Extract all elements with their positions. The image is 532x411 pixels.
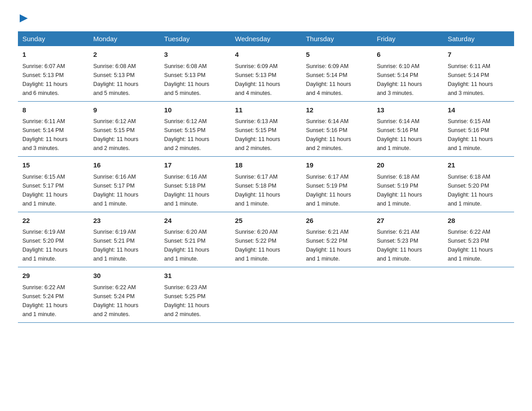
day-cell	[443, 267, 514, 323]
day-info: Sunrise: 6:11 AMSunset: 5:14 PMDaylight:…	[22, 117, 84, 153]
week-row-3: 15Sunrise: 6:15 AMSunset: 5:17 PMDayligh…	[18, 157, 514, 212]
header-friday: Friday	[372, 31, 443, 46]
day-number: 6	[377, 50, 438, 60]
logo-triangle-icon	[20, 14, 28, 22]
header-tuesday: Tuesday	[160, 31, 231, 46]
day-number: 16	[93, 160, 155, 171]
day-info: Sunrise: 6:18 AMSunset: 5:19 PMDaylight:…	[377, 172, 438, 208]
day-cell	[231, 267, 301, 323]
day-number: 13	[377, 105, 438, 116]
header-saturday: Saturday	[443, 31, 514, 46]
page-header	[18, 13, 514, 22]
day-cell: 18Sunrise: 6:17 AMSunset: 5:18 PMDayligh…	[231, 157, 301, 212]
day-info: Sunrise: 6:23 AMSunset: 5:25 PMDaylight:…	[164, 283, 226, 319]
day-number: 17	[164, 160, 226, 171]
day-cell: 14Sunrise: 6:15 AMSunset: 5:16 PMDayligh…	[443, 101, 514, 157]
day-number: 31	[164, 271, 226, 281]
day-number: 12	[306, 105, 368, 116]
day-number: 20	[377, 160, 438, 171]
day-info: Sunrise: 6:18 AMSunset: 5:20 PMDaylight:…	[448, 172, 510, 208]
header-thursday: Thursday	[301, 31, 372, 46]
day-info: Sunrise: 6:09 AMSunset: 5:13 PMDaylight:…	[235, 62, 297, 98]
day-number: 21	[448, 160, 510, 171]
day-cell: 23Sunrise: 6:19 AMSunset: 5:21 PMDayligh…	[89, 212, 159, 267]
day-number: 14	[448, 105, 510, 116]
day-info: Sunrise: 6:11 AMSunset: 5:14 PMDaylight:…	[448, 62, 510, 98]
day-info: Sunrise: 6:21 AMSunset: 5:22 PMDaylight:…	[306, 227, 368, 263]
day-info: Sunrise: 6:17 AMSunset: 5:18 PMDaylight:…	[235, 172, 297, 208]
day-cell: 12Sunrise: 6:14 AMSunset: 5:16 PMDayligh…	[301, 101, 372, 157]
day-info: Sunrise: 6:08 AMSunset: 5:13 PMDaylight:…	[164, 62, 226, 98]
day-cell	[301, 267, 372, 323]
day-number: 27	[377, 216, 438, 226]
day-info: Sunrise: 6:10 AMSunset: 5:14 PMDaylight:…	[377, 62, 438, 98]
day-cell: 15Sunrise: 6:15 AMSunset: 5:17 PMDayligh…	[18, 157, 89, 212]
day-cell: 26Sunrise: 6:21 AMSunset: 5:22 PMDayligh…	[301, 212, 372, 267]
day-number: 23	[93, 216, 155, 226]
day-cell: 22Sunrise: 6:19 AMSunset: 5:20 PMDayligh…	[18, 212, 89, 267]
day-cell: 27Sunrise: 6:21 AMSunset: 5:23 PMDayligh…	[372, 212, 443, 267]
day-number: 30	[93, 271, 155, 281]
day-number: 3	[164, 50, 226, 60]
calendar-header-row: SundayMondayTuesdayWednesdayThursdayFrid…	[18, 31, 514, 46]
week-row-4: 22Sunrise: 6:19 AMSunset: 5:20 PMDayligh…	[18, 212, 514, 267]
day-cell: 28Sunrise: 6:22 AMSunset: 5:23 PMDayligh…	[443, 212, 514, 267]
day-info: Sunrise: 6:14 AMSunset: 5:16 PMDaylight:…	[377, 117, 438, 153]
week-row-5: 29Sunrise: 6:22 AMSunset: 5:24 PMDayligh…	[18, 267, 514, 323]
day-number: 22	[22, 216, 84, 226]
day-number: 5	[306, 50, 368, 60]
day-cell: 29Sunrise: 6:22 AMSunset: 5:24 PMDayligh…	[18, 267, 89, 323]
day-info: Sunrise: 6:12 AMSunset: 5:15 PMDaylight:…	[93, 117, 155, 153]
day-info: Sunrise: 6:12 AMSunset: 5:15 PMDaylight:…	[164, 117, 226, 153]
day-cell: 20Sunrise: 6:18 AMSunset: 5:19 PMDayligh…	[372, 157, 443, 212]
day-cell: 24Sunrise: 6:20 AMSunset: 5:21 PMDayligh…	[160, 212, 231, 267]
day-cell: 6Sunrise: 6:10 AMSunset: 5:14 PMDaylight…	[372, 46, 443, 101]
day-cell: 13Sunrise: 6:14 AMSunset: 5:16 PMDayligh…	[372, 101, 443, 157]
day-cell: 25Sunrise: 6:20 AMSunset: 5:22 PMDayligh…	[231, 212, 301, 267]
day-cell: 30Sunrise: 6:22 AMSunset: 5:24 PMDayligh…	[89, 267, 159, 323]
day-cell: 1Sunrise: 6:07 AMSunset: 5:13 PMDaylight…	[18, 46, 89, 101]
day-info: Sunrise: 6:15 AMSunset: 5:17 PMDaylight:…	[22, 172, 84, 208]
day-number: 2	[93, 50, 155, 60]
week-row-2: 8Sunrise: 6:11 AMSunset: 5:14 PMDaylight…	[18, 101, 514, 157]
day-cell: 17Sunrise: 6:16 AMSunset: 5:18 PMDayligh…	[160, 157, 231, 212]
day-cell: 16Sunrise: 6:16 AMSunset: 5:17 PMDayligh…	[89, 157, 159, 212]
day-number: 1	[22, 50, 84, 60]
day-number: 7	[448, 50, 510, 60]
day-number: 9	[93, 105, 155, 116]
day-cell: 3Sunrise: 6:08 AMSunset: 5:13 PMDaylight…	[160, 46, 231, 101]
day-info: Sunrise: 6:17 AMSunset: 5:19 PMDaylight:…	[306, 172, 368, 208]
logo	[18, 13, 28, 22]
svg-marker-0	[20, 14, 28, 22]
day-cell: 5Sunrise: 6:09 AMSunset: 5:14 PMDaylight…	[301, 46, 372, 101]
day-info: Sunrise: 6:22 AMSunset: 5:24 PMDaylight:…	[93, 283, 155, 319]
day-number: 18	[235, 160, 297, 171]
day-info: Sunrise: 6:16 AMSunset: 5:18 PMDaylight:…	[164, 172, 226, 208]
day-cell: 21Sunrise: 6:18 AMSunset: 5:20 PMDayligh…	[443, 157, 514, 212]
day-cell: 31Sunrise: 6:23 AMSunset: 5:25 PMDayligh…	[160, 267, 231, 323]
day-cell	[372, 267, 443, 323]
day-info: Sunrise: 6:13 AMSunset: 5:15 PMDaylight:…	[235, 117, 297, 153]
day-info: Sunrise: 6:20 AMSunset: 5:21 PMDaylight:…	[164, 227, 226, 263]
day-cell: 9Sunrise: 6:12 AMSunset: 5:15 PMDaylight…	[89, 101, 159, 157]
day-info: Sunrise: 6:08 AMSunset: 5:13 PMDaylight:…	[93, 62, 155, 98]
header-monday: Monday	[89, 31, 159, 46]
day-number: 8	[22, 105, 84, 116]
day-info: Sunrise: 6:15 AMSunset: 5:16 PMDaylight:…	[448, 117, 510, 153]
day-info: Sunrise: 6:21 AMSunset: 5:23 PMDaylight:…	[377, 227, 438, 263]
day-number: 29	[22, 271, 84, 281]
day-cell: 8Sunrise: 6:11 AMSunset: 5:14 PMDaylight…	[18, 101, 89, 157]
day-cell: 19Sunrise: 6:17 AMSunset: 5:19 PMDayligh…	[301, 157, 372, 212]
day-info: Sunrise: 6:16 AMSunset: 5:17 PMDaylight:…	[93, 172, 155, 208]
day-info: Sunrise: 6:09 AMSunset: 5:14 PMDaylight:…	[306, 62, 368, 98]
day-cell: 2Sunrise: 6:08 AMSunset: 5:13 PMDaylight…	[89, 46, 159, 101]
day-number: 11	[235, 105, 297, 116]
day-info: Sunrise: 6:19 AMSunset: 5:21 PMDaylight:…	[93, 227, 155, 263]
header-sunday: Sunday	[18, 31, 89, 46]
week-row-1: 1Sunrise: 6:07 AMSunset: 5:13 PMDaylight…	[18, 46, 514, 101]
day-cell: 7Sunrise: 6:11 AMSunset: 5:14 PMDaylight…	[443, 46, 514, 101]
day-info: Sunrise: 6:20 AMSunset: 5:22 PMDaylight:…	[235, 227, 297, 263]
day-number: 15	[22, 160, 84, 171]
day-info: Sunrise: 6:07 AMSunset: 5:13 PMDaylight:…	[22, 62, 84, 98]
day-cell: 10Sunrise: 6:12 AMSunset: 5:15 PMDayligh…	[160, 101, 231, 157]
